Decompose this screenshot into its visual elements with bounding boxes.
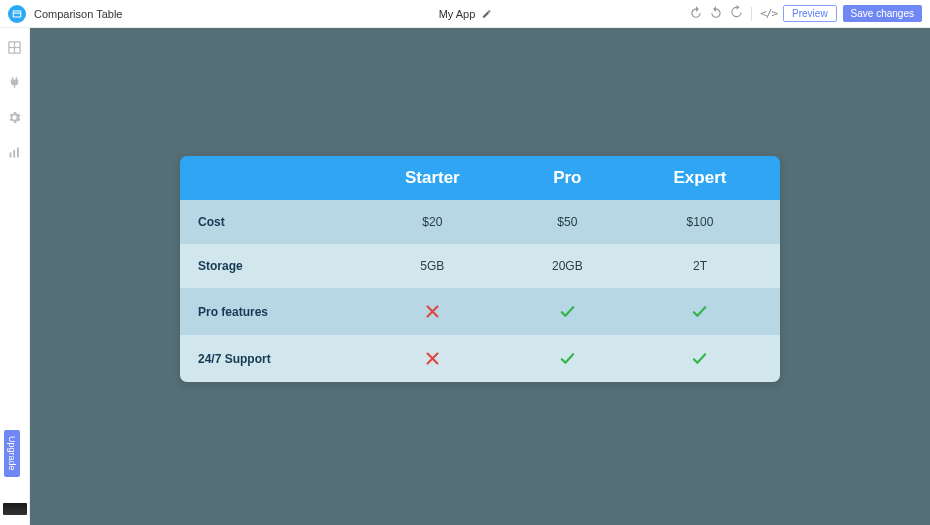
topbar: Comparison Table My App </> Preview Save… — [0, 0, 930, 28]
header-cell-plan: Expert — [620, 156, 780, 200]
chart-icon — [7, 145, 22, 160]
svg-rect-7 — [17, 148, 19, 158]
check-icon — [559, 303, 576, 320]
header-cell-empty — [180, 156, 350, 200]
sidebar-layout-button[interactable] — [7, 40, 22, 59]
comparison-table[interactable]: Starter Pro Expert Cost$20$50$100Storage… — [180, 156, 780, 382]
save-button[interactable]: Save changes — [843, 5, 922, 22]
table-cell: 2T — [620, 244, 780, 288]
check-icon — [691, 350, 708, 367]
svg-rect-5 — [10, 153, 12, 158]
table-row: Pro features — [180, 288, 780, 335]
edit-name-button[interactable] — [481, 5, 491, 23]
table-cell — [515, 288, 620, 335]
table-cell: 20GB — [515, 244, 620, 288]
pencil-icon — [481, 9, 491, 19]
upgrade-button[interactable]: Upgrade — [4, 430, 20, 477]
sidebar-settings-button[interactable] — [7, 110, 22, 129]
topbar-right: </> Preview Save changes — [689, 5, 922, 23]
feature-label: 24/7 Support — [180, 335, 350, 382]
widget-logo-icon — [8, 5, 26, 23]
header-cell-plan: Pro — [515, 156, 620, 200]
sidebar-analytics-button[interactable] — [7, 145, 22, 164]
topbar-center: My App — [439, 5, 492, 23]
editor-canvas[interactable]: Starter Pro Expert Cost$20$50$100Storage… — [30, 28, 930, 525]
table-header-row: Starter Pro Expert — [180, 156, 780, 200]
cross-icon — [424, 303, 441, 320]
table-row: 24/7 Support — [180, 335, 780, 382]
table-cell — [620, 335, 780, 382]
feature-label: Storage — [180, 244, 350, 288]
grid-icon — [7, 40, 22, 55]
plug-icon — [7, 75, 22, 90]
widget-title: Comparison Table — [34, 8, 122, 20]
table-cell — [350, 335, 515, 382]
gear-icon — [7, 110, 22, 125]
app-name: My App — [439, 8, 476, 20]
feature-label: Cost — [180, 200, 350, 244]
table-row: Cost$20$50$100 — [180, 200, 780, 244]
check-icon — [559, 350, 576, 367]
code-button[interactable]: </> — [760, 7, 777, 20]
device-thumbnail-icon — [3, 503, 27, 515]
table-cell — [620, 288, 780, 335]
redo-button[interactable] — [709, 5, 723, 23]
header-cell-plan: Starter — [350, 156, 515, 200]
table-cell: $20 — [350, 200, 515, 244]
table-cell: $100 — [620, 200, 780, 244]
table-row: Storage5GB20GB2T — [180, 244, 780, 288]
undo-icon — [689, 5, 703, 19]
check-icon — [691, 303, 708, 320]
table-cell: $50 — [515, 200, 620, 244]
undo-button[interactable] — [689, 5, 703, 23]
feature-label: Pro features — [180, 288, 350, 335]
left-sidebar: Upgrade — [0, 28, 30, 525]
cross-icon — [424, 350, 441, 367]
table-cell — [515, 335, 620, 382]
redo-icon — [709, 5, 723, 19]
topbar-left: Comparison Table — [8, 5, 122, 23]
svg-rect-6 — [13, 150, 15, 158]
table-cell: 5GB — [350, 244, 515, 288]
history-button[interactable] — [729, 5, 743, 23]
table-cell — [350, 288, 515, 335]
preview-button[interactable]: Preview — [783, 5, 837, 22]
sidebar-plugins-button[interactable] — [7, 75, 22, 94]
separator — [751, 7, 752, 21]
history-icon — [729, 5, 743, 19]
svg-rect-0 — [13, 11, 21, 17]
